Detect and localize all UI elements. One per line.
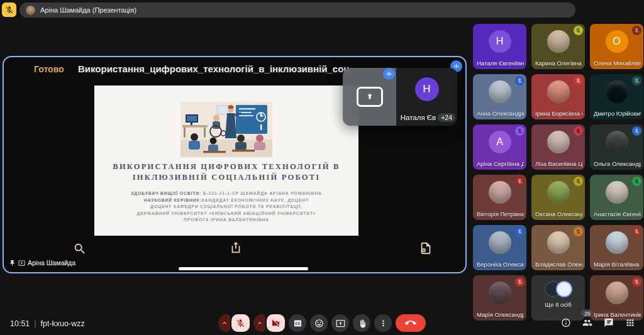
participant-name: Олена Михайлівна ... — [594, 60, 641, 67]
pip-overlay[interactable]: Н Наталя Єв +24 — [343, 68, 457, 126]
mic-off-badge — [574, 76, 583, 85]
mic-off-icon — [517, 78, 523, 84]
speaker-name: Наталя Єв — [401, 114, 436, 121]
horizontal-scrollbar[interactable] — [179, 267, 308, 270]
chat-button[interactable] — [604, 317, 614, 329]
participant-avatar: Н — [489, 30, 511, 53]
control-bar: 10:51 | fpt-kxuo-wzz — [0, 312, 644, 335]
participant-name: Анастасія Євгеніїв... — [594, 211, 641, 217]
document-pages-icon — [419, 241, 433, 255]
participant-tile[interactable]: О Олена Михайлівна ... — [590, 24, 643, 69]
mic-off-icon — [575, 128, 581, 134]
participant-avatar — [606, 231, 628, 254]
participant-count-badge: 26 — [581, 309, 594, 317]
reactions-button[interactable] — [310, 314, 328, 332]
mic-off-badge — [574, 177, 583, 186]
presenter-pill[interactable]: Аріна Шамайда (Презентація) — [19, 3, 575, 18]
participant-avatar — [547, 131, 570, 153]
participant-avatar: О — [606, 30, 628, 53]
participant-tile[interactable]: А Аріна Сергіївна Дуб... — [473, 124, 526, 170]
pages-button[interactable] — [419, 241, 433, 257]
participant-avatar — [606, 282, 628, 304]
participant-tile[interactable]: Марія Віталіївна Са... — [590, 225, 643, 270]
participant-tile[interactable]: Анна Олександрівн... — [473, 74, 526, 119]
mic-off-badge — [632, 227, 641, 236]
classroom-illustration — [180, 102, 272, 157]
participant-avatar — [489, 80, 511, 103]
participant-name: Вероніка Олександ... — [477, 261, 524, 268]
mic-off-badge — [515, 76, 525, 85]
participant-tile[interactable]: Вікторія Петрівна Н... — [473, 175, 526, 220]
presenter-pill-label: Аріна Шамайда (Презентація) — [40, 6, 136, 14]
participant-avatar — [547, 181, 570, 204]
mic-off-badge — [632, 277, 641, 287]
mic-toggle-button[interactable] — [231, 314, 250, 332]
info-icon — [561, 317, 571, 327]
participant-avatar — [489, 282, 511, 304]
presentation-title: Використання_цифрових_технологій_в_інклю… — [78, 63, 350, 74]
slide-title: ВИКОРИСТАННЯ ЦИФРОВИХ ТЕХНОЛОГІЙ В ІНКЛЮ… — [101, 162, 352, 183]
mic-off-badge — [515, 126, 525, 136]
overflow-count-badge: +24 — [438, 113, 455, 122]
chevron-up-icon — [256, 319, 264, 327]
mic-off-icon — [634, 128, 640, 134]
presentation-status: Готово — [34, 64, 64, 74]
mic-off-badge — [632, 26, 641, 35]
participant-tile[interactable]: Вероніка Олександ... — [473, 225, 526, 270]
camera-toggle-button[interactable] — [267, 314, 285, 332]
participant-name: Ліза Василівна Цил... — [535, 160, 582, 167]
participant-tile[interactable]: Ліза Василівна Цил... — [531, 124, 585, 170]
meeting-details-button[interactable] — [561, 317, 571, 329]
mic-off-icon — [634, 279, 640, 285]
mic-off-badge — [515, 277, 525, 287]
participant-tile[interactable]: Оксана Олександрі... — [531, 175, 585, 220]
meet-window: Аріна Шамайда (Презентація) Готово Викор… — [0, 0, 644, 335]
participant-name: Наталя Євгеніївна Н... — [477, 60, 524, 67]
zoom-search-button[interactable] — [73, 242, 87, 258]
participant-tile[interactable]: Дмитро Юрійович ... — [590, 74, 643, 119]
leave-call-button[interactable] — [396, 314, 426, 332]
mic-off-badge — [515, 177, 525, 186]
participant-tile[interactable]: Владислав Олекса... — [531, 225, 585, 270]
mic-off-icon — [517, 178, 523, 184]
camera-options-chevron[interactable] — [253, 314, 265, 332]
participant-name: Карина Олегівна Ф... — [535, 60, 582, 67]
more-options-button[interactable] — [374, 314, 392, 332]
mic-off-icon — [634, 178, 640, 184]
raise-hand-button[interactable] — [353, 314, 370, 332]
captions-button[interactable] — [289, 314, 306, 332]
participant-name: Оксана Олександрі... — [535, 211, 582, 217]
hand-icon — [357, 319, 367, 328]
mic-off-icon — [634, 229, 640, 234]
share-slide-button[interactable] — [229, 241, 243, 256]
presenter-name-row: Аріна Шамайда — [9, 259, 75, 266]
participant-name: Вікторія Петрівна Н... — [477, 211, 524, 217]
mic-off-icon — [575, 229, 581, 234]
participant-tile[interactable]: Ольга Олександрів... — [590, 124, 643, 170]
present-button[interactable] — [331, 314, 349, 332]
participant-tile[interactable]: Ірина Борисівна Са... — [531, 74, 585, 119]
mic-off-badge — [574, 26, 583, 35]
pip-speaker-tile[interactable]: Н Наталя Єв +24 — [396, 68, 457, 126]
participant-tile[interactable]: Анастасія Євгеніїв... — [590, 175, 643, 220]
participants-grid: Н Наталя Євгеніївна Н... Карина Олегівна… — [473, 24, 643, 321]
chevron-up-icon — [221, 319, 228, 327]
participant-name: Аріна Сергіївна Дуб... — [477, 160, 524, 167]
people-button[interactable]: 26 — [582, 317, 592, 329]
activities-button[interactable] — [625, 317, 635, 329]
mic-off-icon — [634, 78, 640, 84]
more-vert-icon — [379, 319, 388, 328]
mic-off-badge — [632, 177, 641, 186]
apps-grid-icon — [625, 317, 635, 327]
call-end-icon — [405, 317, 416, 329]
mic-options-chevron[interactable] — [218, 314, 230, 332]
pin-icon — [9, 260, 16, 266]
participant-tile[interactable]: Карина Олегівна Ф... — [531, 24, 585, 69]
participant-tile[interactable]: Н Наталя Євгеніївна Н... — [473, 24, 526, 69]
camera-off-icon — [271, 319, 280, 328]
mic-off-badge — [574, 126, 583, 136]
mic-off-icon — [517, 229, 523, 234]
muted-mic-chip[interactable] — [2, 3, 16, 17]
meeting-code: fpt-kxuo-wzz — [41, 319, 85, 328]
captions-icon — [293, 319, 303, 328]
